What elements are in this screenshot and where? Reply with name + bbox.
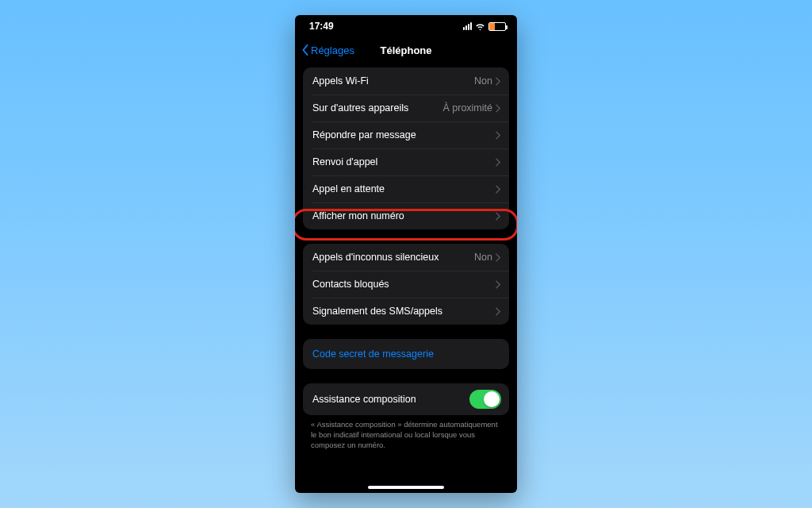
back-button[interactable]: Réglages xyxy=(301,44,354,56)
row-value: À proximité xyxy=(442,102,492,114)
chevron-right-icon xyxy=(496,104,501,113)
row-call-waiting[interactable]: Appel en attente xyxy=(303,175,509,202)
phone-frame: 17:49 Réglages Téléphone Appels Wi-Fi No… xyxy=(295,15,517,493)
row-blocked-contacts[interactable]: Contacts bloqués xyxy=(303,271,509,298)
settings-group-dial-assist: Assistance composition xyxy=(303,383,509,415)
row-sms-call-reporting[interactable]: Signalement des SMS/appels xyxy=(303,298,509,325)
row-label: Appels d'inconnus silencieux xyxy=(312,252,474,263)
row-dial-assist: Assistance composition xyxy=(303,383,509,415)
row-call-forwarding[interactable]: Renvoi d'appel xyxy=(303,148,509,175)
cellular-signal-icon xyxy=(463,22,472,30)
row-value: Non xyxy=(474,75,492,87)
chevron-right-icon xyxy=(496,280,501,289)
home-indicator xyxy=(368,486,444,489)
settings-group-voicemail: Code secret de messagerie xyxy=(303,339,509,369)
row-wifi-calling[interactable]: Appels Wi-Fi Non xyxy=(303,67,509,94)
chevron-right-icon xyxy=(496,131,501,140)
row-label: Répondre par message xyxy=(312,129,496,140)
row-show-my-caller-id[interactable]: Afficher mon numéro xyxy=(303,202,509,229)
row-label: Sur d'autres appareils xyxy=(312,102,442,114)
row-voicemail-password[interactable]: Code secret de messagerie xyxy=(303,339,509,369)
wifi-icon xyxy=(475,22,485,30)
row-silence-unknown[interactable]: Appels d'inconnus silencieux Non xyxy=(303,244,509,271)
row-value: Non xyxy=(474,252,492,263)
row-label: Appel en attente xyxy=(312,183,496,194)
dial-assist-toggle[interactable] xyxy=(469,390,501,409)
chevron-right-icon xyxy=(496,253,501,262)
row-respond-with-text[interactable]: Répondre par message xyxy=(303,121,509,148)
settings-content: Appels Wi-Fi Non Sur d'autres appareils … xyxy=(295,63,517,466)
battery-icon xyxy=(488,22,506,31)
row-label: Code secret de messagerie xyxy=(312,348,501,360)
back-label: Réglages xyxy=(311,44,354,56)
chevron-right-icon xyxy=(496,185,501,194)
dial-assist-footer: « Assistance composition » détermine aut… xyxy=(295,415,517,450)
row-label: Signalement des SMS/appels xyxy=(312,306,496,317)
status-bar: 17:49 xyxy=(295,15,517,37)
row-label: Renvoi d'appel xyxy=(312,156,496,167)
settings-group-silence: Appels d'inconnus silencieux Non Contact… xyxy=(303,244,509,325)
row-label: Appels Wi-Fi xyxy=(312,75,474,87)
row-label: Assistance composition xyxy=(312,394,469,405)
status-time: 17:49 xyxy=(309,21,334,32)
row-other-devices[interactable]: Sur d'autres appareils À proximité xyxy=(303,94,509,121)
chevron-left-icon xyxy=(301,44,309,56)
nav-bar: Réglages Téléphone xyxy=(295,37,517,63)
row-label: Afficher mon numéro xyxy=(312,210,496,221)
chevron-right-icon xyxy=(496,77,501,86)
chevron-right-icon xyxy=(496,212,501,221)
settings-group-calls: Appels Wi-Fi Non Sur d'autres appareils … xyxy=(303,67,509,229)
row-label: Contacts bloqués xyxy=(312,279,496,290)
chevron-right-icon xyxy=(496,158,501,167)
status-right xyxy=(463,22,506,31)
chevron-right-icon xyxy=(496,307,501,316)
